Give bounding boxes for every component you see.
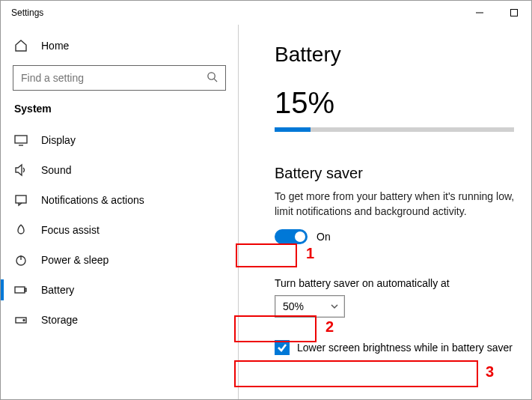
annotation-box-3 bbox=[234, 360, 478, 387]
nav-notifications[interactable]: Notifications & actions bbox=[1, 185, 238, 215]
nav-display[interactable]: Display bbox=[1, 125, 238, 155]
nav-label: Power & sleep bbox=[41, 254, 108, 266]
sound-icon bbox=[14, 163, 28, 177]
saver-heading: Battery saver bbox=[275, 165, 516, 182]
dropdown-value: 50% bbox=[283, 300, 304, 312]
svg-rect-5 bbox=[15, 287, 25, 293]
nav-label: Focus assist bbox=[41, 224, 100, 236]
category-heading: System bbox=[1, 103, 238, 115]
maximize-button[interactable] bbox=[497, 1, 531, 25]
main-panel: Battery 15% Battery saver To get more fr… bbox=[239, 25, 531, 399]
svg-point-1 bbox=[208, 73, 215, 79]
focus-icon bbox=[14, 223, 28, 237]
notifications-icon bbox=[14, 193, 28, 207]
nav-sound[interactable]: Sound bbox=[1, 155, 238, 185]
brightness-label: Lower screen brightness while in battery… bbox=[297, 342, 513, 354]
annotation-num-2: 2 bbox=[325, 318, 334, 336]
nav-storage[interactable]: Storage bbox=[1, 305, 238, 335]
brightness-checkbox[interactable] bbox=[275, 340, 290, 355]
search-box[interactable] bbox=[13, 65, 226, 91]
minimize-button[interactable] bbox=[462, 1, 497, 25]
svg-rect-3 bbox=[16, 196, 26, 203]
search-icon bbox=[207, 71, 218, 85]
power-icon bbox=[14, 253, 28, 267]
battery-percent: 15% bbox=[275, 86, 516, 120]
search-input[interactable] bbox=[21, 72, 207, 84]
nav-label: Battery bbox=[41, 284, 74, 296]
page-title: Battery bbox=[275, 43, 516, 67]
battery-icon bbox=[14, 283, 28, 297]
svg-rect-0 bbox=[511, 10, 518, 16]
saver-description: To get more from your battery when it's … bbox=[275, 190, 516, 219]
nav-battery[interactable]: Battery bbox=[1, 275, 238, 305]
saver-toggle[interactable] bbox=[275, 229, 308, 244]
battery-bar-fill bbox=[275, 127, 311, 132]
auto-on-label: Turn battery saver on automatically at bbox=[275, 277, 516, 289]
nav-label: Storage bbox=[41, 314, 78, 326]
chevron-down-icon bbox=[331, 300, 338, 312]
svg-rect-6 bbox=[25, 288, 26, 291]
battery-bar bbox=[275, 127, 514, 132]
svg-point-8 bbox=[23, 320, 25, 321]
nav-home[interactable]: Home bbox=[1, 31, 238, 61]
display-icon bbox=[14, 133, 28, 147]
annotation-box-1 bbox=[236, 243, 297, 267]
sidebar: Home System Display Sound Notifications … bbox=[1, 25, 239, 399]
annotation-box-2 bbox=[234, 315, 317, 342]
annotation-num-3: 3 bbox=[486, 363, 494, 381]
annotation-num-1: 1 bbox=[306, 245, 314, 262]
nav-focus-assist[interactable]: Focus assist bbox=[1, 215, 238, 245]
svg-rect-2 bbox=[15, 136, 27, 143]
storage-icon bbox=[14, 313, 28, 327]
saver-toggle-label: On bbox=[317, 231, 331, 243]
nav-home-label: Home bbox=[41, 40, 69, 52]
window-title: Settings bbox=[11, 7, 43, 18]
nav-label: Notifications & actions bbox=[41, 194, 144, 206]
nav-label: Display bbox=[41, 134, 76, 146]
nav-label: Sound bbox=[41, 164, 71, 176]
home-icon bbox=[14, 39, 28, 52]
nav-power-sleep[interactable]: Power & sleep bbox=[1, 245, 238, 275]
auto-on-dropdown[interactable]: 50% bbox=[275, 295, 345, 318]
